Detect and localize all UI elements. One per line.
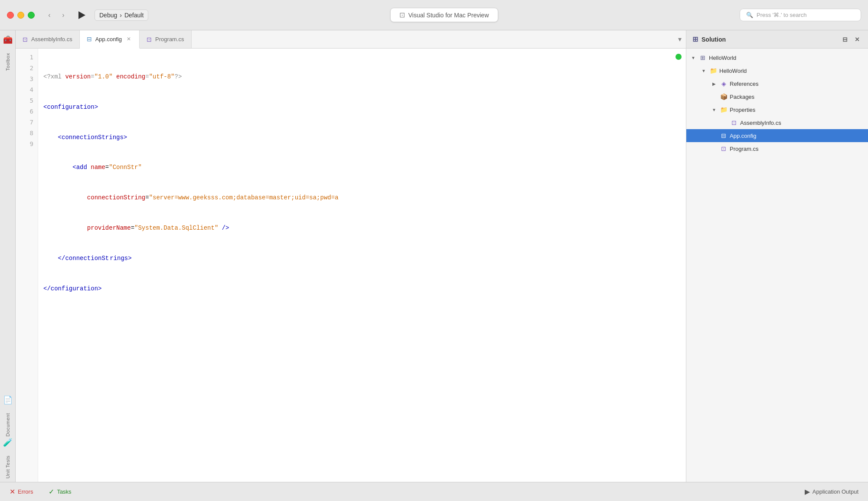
- tab-bar: ⊡ AssemblyInfo.cs ⊟ App.config ✕ ⊡ Progr…: [16, 30, 686, 49]
- line-num-8: 8: [16, 128, 33, 139]
- minimize-button[interactable]: [17, 12, 24, 19]
- toolbox-label: Toolbox: [5, 53, 10, 71]
- main-content: 🧰 Toolbox 📄 Document 🧪 Unit Tests ⊡ Asse…: [0, 30, 868, 482]
- tab-appconfig-label: App.config: [95, 36, 122, 42]
- code-line-1: <?xml version="1.0" encoding="utf-8"?>: [43, 72, 681, 82]
- project-folder-icon: 📁: [709, 66, 718, 75]
- tree-label-appconfig: App.config: [730, 133, 756, 139]
- unit-tests-label: Unit Tests: [5, 455, 10, 478]
- appconfig-file-icon: ⊟: [719, 131, 728, 140]
- line-num-9: 9: [16, 139, 33, 150]
- run-button[interactable]: [75, 8, 89, 23]
- code-line-5: connectionString="server=www.geeksss.com…: [43, 192, 681, 203]
- tasks-button[interactable]: ✓ Tasks: [45, 486, 75, 498]
- panel-header: ⊞ Solution ⊟ ✕: [686, 30, 868, 49]
- status-bar: ✕ Errors ✓ Tasks ▶ Application Output: [0, 482, 868, 501]
- tab-appconfig-icon: ⊟: [87, 36, 92, 42]
- tree-item-programcs[interactable]: ▶ ⊡ Program.cs: [686, 142, 868, 155]
- code-editor[interactable]: 1 2 3 4 5 6 7 8 9 <?xml version="1.0" en…: [16, 49, 686, 482]
- solution-folder-icon: ⊞: [698, 53, 707, 62]
- code-line-4: <add name="ConnStr": [43, 162, 681, 173]
- errors-button[interactable]: ✕ Errors: [6, 486, 36, 498]
- tree-label-helloworld-root: HelloWorld: [709, 55, 736, 61]
- tree-item-packages[interactable]: ▶ 📦 Packages: [686, 90, 868, 103]
- code-line-3: <connectionStrings>: [43, 132, 681, 143]
- tree-label-programcs: Program.cs: [730, 146, 758, 152]
- nav-back-button[interactable]: ‹: [43, 9, 55, 21]
- tree-arrow-root: ▼: [690, 54, 697, 61]
- line-num-2: 2: [16, 63, 33, 74]
- line-num-7: 7: [16, 117, 33, 128]
- code-content[interactable]: <?xml version="1.0" encoding="utf-8"?> <…: [38, 49, 686, 482]
- tree-item-helloworld-root[interactable]: ▼ ⊞ HelloWorld: [686, 51, 868, 64]
- maximize-button[interactable]: [28, 12, 35, 19]
- assemblyinfo-file-icon: ⊡: [730, 118, 738, 127]
- line-num-3: 3: [16, 74, 33, 85]
- tree-label-helloworld-project: HelloWorld: [719, 68, 747, 74]
- code-line-2: <configuration>: [43, 102, 681, 113]
- tree-item-helloworld-project[interactable]: ▼ 📁 HelloWorld: [686, 64, 868, 77]
- packages-icon: 📦: [719, 92, 728, 101]
- tree-item-references[interactable]: ▶ ◈ References: [686, 77, 868, 90]
- line-num-4: 4: [16, 85, 33, 95]
- tab-assemblyinfo[interactable]: ⊡ AssemblyInfo.cs: [16, 30, 80, 48]
- traffic-lights: [7, 12, 35, 19]
- document-icon[interactable]: 📄: [2, 394, 14, 406]
- debug-arrow: ›: [120, 12, 122, 19]
- tab-programcs-icon: ⊡: [147, 36, 152, 43]
- tree-item-appconfig[interactable]: ▶ ⊟ App.config: [686, 129, 868, 142]
- search-bar[interactable]: 🔍 Press '⌘.' to search: [740, 9, 861, 21]
- code-line-8: </configuration>: [43, 283, 681, 294]
- tree-arrow-references: ▶: [711, 80, 718, 87]
- tasks-label: Tasks: [57, 488, 71, 495]
- code-line-9: [43, 313, 681, 324]
- output-icon: ▶: [805, 488, 810, 496]
- tasks-icon: ✓: [49, 488, 54, 496]
- line-num-5: 5: [16, 95, 33, 106]
- tree-arrow-properties: ▼: [711, 106, 718, 113]
- titlebar: ‹ › Debug › Default ⊡ Visual Studio for …: [0, 0, 868, 30]
- tab-dropdown[interactable]: ▾: [674, 30, 686, 48]
- errors-label: Errors: [18, 488, 33, 495]
- output-label: Application Output: [813, 488, 858, 495]
- tab-assemblyinfo-icon: ⊡: [23, 36, 28, 43]
- tree-label-properties: Properties: [730, 107, 755, 113]
- line-num-1: 1: [16, 52, 33, 63]
- errors-icon: ✕: [10, 488, 15, 496]
- tree-label-packages: Packages: [730, 94, 754, 100]
- tree-label-assemblyinfo: AssemblyInfo.cs: [740, 120, 781, 126]
- tab-programcs[interactable]: ⊡ Program.cs: [140, 30, 191, 48]
- editor-area: ⊡ AssemblyInfo.cs ⊟ App.config ✕ ⊡ Progr…: [16, 30, 686, 482]
- nav-forward-button[interactable]: ›: [57, 9, 69, 21]
- panel-header-actions: ⊟ ✕: [840, 35, 862, 44]
- tree-item-assemblyinfo[interactable]: ▶ ⊡ AssemblyInfo.cs: [686, 116, 868, 129]
- default-label: Default: [124, 12, 144, 19]
- code-line-7: </connectionStrings>: [43, 253, 681, 264]
- toolbox-icon[interactable]: 🧰: [2, 34, 14, 46]
- status-dot: [675, 54, 682, 60]
- tree-item-properties[interactable]: ▼ 📁 Properties: [686, 103, 868, 116]
- properties-folder-icon: 📁: [719, 105, 728, 114]
- close-button[interactable]: [7, 12, 14, 19]
- panel-restore-button[interactable]: ⊟: [840, 35, 850, 44]
- tree-view: ▼ ⊞ HelloWorld ▼ 📁 HelloWorld ▶ ◈ Refere…: [686, 49, 868, 482]
- code-line-6: providerName="System.Data.SqlClient" />: [43, 223, 681, 234]
- unit-tests-icon[interactable]: 🧪: [2, 436, 14, 449]
- panel-title: Solution: [702, 36, 726, 43]
- tab-appconfig-close[interactable]: ✕: [125, 36, 132, 42]
- output-button[interactable]: ▶ Application Output: [801, 486, 862, 498]
- window-title-box: ⊡ Visual Studio for Mac Preview: [390, 8, 498, 22]
- tab-assemblyinfo-label: AssemblyInfo.cs: [31, 36, 72, 42]
- panel-close-button[interactable]: ✕: [852, 35, 862, 44]
- search-icon: 🔍: [746, 12, 753, 18]
- right-panel: ⊞ Solution ⊟ ✕ ▼ ⊞ HelloWorld ▼ 📁 HelloW…: [686, 30, 868, 482]
- debug-bar[interactable]: Debug › Default: [95, 10, 148, 21]
- window-title-area: ⊡ Visual Studio for Mac Preview: [153, 8, 734, 22]
- window-icon: ⊡: [399, 11, 405, 19]
- nav-arrows: ‹ ›: [43, 9, 69, 21]
- tab-programcs-label: Program.cs: [155, 36, 184, 42]
- line-num-6: 6: [16, 106, 33, 117]
- debug-label: Debug: [99, 12, 117, 19]
- tree-label-references: References: [730, 81, 758, 87]
- tab-appconfig[interactable]: ⊟ App.config ✕: [80, 30, 140, 49]
